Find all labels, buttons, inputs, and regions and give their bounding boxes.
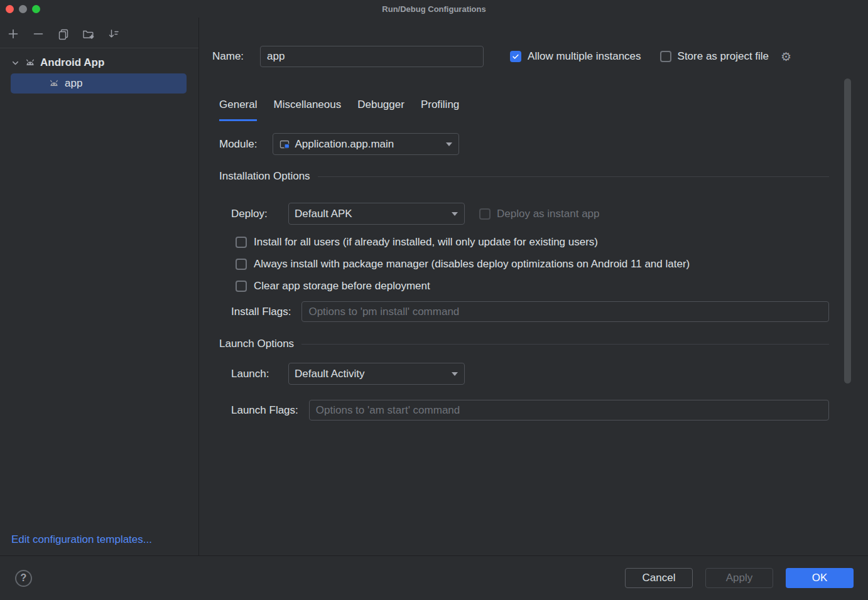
edit-configuration-templates-link[interactable]: Edit configuration templates... bbox=[0, 533, 198, 555]
always-install-package-manager-label: Always install with package manager (dis… bbox=[254, 258, 690, 271]
launch-options-section: Launch Options bbox=[219, 338, 829, 350]
vertical-scrollbar[interactable] bbox=[844, 78, 851, 383]
store-as-project-file-checkbox[interactable] bbox=[660, 51, 671, 62]
section-divider bbox=[301, 344, 829, 345]
install-for-all-users-checkbox[interactable] bbox=[236, 237, 247, 248]
install-flags-row: Install Flags: bbox=[219, 301, 829, 322]
minimize-window-button[interactable] bbox=[19, 5, 27, 13]
dialog-body: Android App app Edit configuration templ… bbox=[0, 18, 868, 555]
installation-options-title: Installation Options bbox=[219, 170, 310, 183]
chevron-down-icon[interactable] bbox=[11, 58, 20, 68]
module-icon bbox=[279, 139, 290, 150]
android-icon bbox=[48, 78, 60, 89]
run-debug-configurations-dialog: Run/Debug Configurations bbox=[0, 0, 868, 600]
sort-configurations-button[interactable] bbox=[107, 27, 120, 40]
deploy-row: Deploy: Default APK Deploy as instant ap… bbox=[219, 203, 829, 225]
tab-debugger[interactable]: Debugger bbox=[357, 99, 404, 121]
deploy-instant-app-checkbox bbox=[479, 208, 491, 220]
tree-item-label: app bbox=[65, 77, 82, 90]
plus-icon bbox=[7, 28, 19, 40]
always-install-package-manager-row[interactable]: Always install with package manager (dis… bbox=[236, 253, 829, 275]
copy-icon bbox=[57, 28, 70, 40]
traffic-lights bbox=[6, 5, 40, 13]
allow-multiple-instances-label: Allow multiple instances bbox=[528, 50, 641, 63]
configuration-tabs: General Miscellaneous Debugger Profiling bbox=[212, 99, 829, 121]
allow-multiple-instances-group: Allow multiple instances bbox=[510, 50, 641, 63]
launch-options-title: Launch Options bbox=[219, 338, 294, 350]
tab-miscellaneous[interactable]: Miscellaneous bbox=[273, 99, 341, 121]
ok-button[interactable]: OK bbox=[786, 568, 854, 588]
general-tab-pane: Module: Application.app.main Insta bbox=[212, 133, 829, 421]
sidebar-toolbar bbox=[0, 18, 198, 48]
new-folder-icon bbox=[82, 28, 95, 40]
sort-icon bbox=[107, 28, 120, 40]
cancel-button[interactable]: Cancel bbox=[625, 568, 693, 588]
deploy-label: Deploy: bbox=[231, 208, 278, 220]
copy-configuration-button[interactable] bbox=[57, 27, 70, 40]
launch-select[interactable]: Default Activity bbox=[288, 363, 465, 385]
install-for-all-users-row[interactable]: Install for all users (if already instal… bbox=[236, 231, 829, 253]
chevron-down-icon bbox=[452, 212, 458, 216]
deploy-select[interactable]: Default APK bbox=[288, 203, 465, 225]
clear-app-storage-label: Clear app storage before deployment bbox=[254, 280, 430, 292]
remove-configuration-button[interactable] bbox=[31, 27, 45, 40]
name-row: Name: Allow multiple instances Store as … bbox=[212, 46, 829, 67]
install-for-all-users-label: Install for all users (if already instal… bbox=[254, 236, 598, 249]
configuration-editor: Name: Allow multiple instances Store as … bbox=[199, 18, 868, 555]
tree-group-label: Android App bbox=[40, 56, 104, 69]
apply-button[interactable]: Apply bbox=[705, 568, 773, 588]
always-install-package-manager-checkbox[interactable] bbox=[236, 259, 247, 270]
deploy-instant-app-group: Deploy as instant app bbox=[479, 208, 600, 220]
add-configuration-button[interactable] bbox=[6, 27, 19, 40]
zoom-window-button[interactable] bbox=[32, 5, 40, 13]
module-select-value: Application.app.main bbox=[295, 138, 442, 151]
module-row: Module: Application.app.main bbox=[219, 133, 829, 155]
name-label: Name: bbox=[212, 50, 244, 63]
install-flags-input[interactable] bbox=[301, 301, 829, 322]
tree-item-android-app[interactable]: Android App bbox=[0, 53, 198, 73]
tree-item-app[interactable]: app bbox=[11, 73, 187, 94]
module-select[interactable]: Application.app.main bbox=[273, 133, 459, 155]
android-icon bbox=[24, 57, 36, 68]
clear-app-storage-row[interactable]: Clear app storage before deployment bbox=[236, 275, 829, 297]
store-as-project-file-label: Store as project file bbox=[678, 50, 769, 63]
launch-select-value: Default Activity bbox=[295, 368, 447, 380]
close-window-button[interactable] bbox=[6, 5, 14, 13]
help-icon[interactable]: ? bbox=[15, 570, 32, 587]
configurations-tree: Android App app bbox=[0, 48, 198, 94]
launch-flags-label: Launch Flags: bbox=[231, 404, 298, 417]
dialog-footer: ? Cancel Apply OK bbox=[0, 555, 868, 600]
chevron-down-icon bbox=[452, 372, 458, 376]
launch-flags-row: Launch Flags: bbox=[219, 400, 829, 421]
module-label: Module: bbox=[219, 138, 257, 151]
install-options-checkboxes: Install for all users (if already instal… bbox=[219, 231, 829, 297]
tab-general[interactable]: General bbox=[219, 99, 257, 121]
launch-row: Launch: Default Activity bbox=[219, 363, 829, 385]
window-title: Run/Debug Configurations bbox=[382, 4, 486, 14]
section-divider bbox=[318, 176, 829, 177]
titlebar: Run/Debug Configurations bbox=[0, 0, 868, 18]
deploy-select-value: Default APK bbox=[295, 208, 447, 220]
chevron-down-icon bbox=[446, 142, 452, 146]
minus-icon bbox=[32, 28, 45, 40]
configurations-sidebar: Android App app Edit configuration templ… bbox=[0, 18, 199, 555]
gear-icon[interactable]: ⚙ bbox=[781, 51, 791, 63]
deploy-instant-app-label: Deploy as instant app bbox=[497, 208, 600, 220]
name-input[interactable] bbox=[260, 46, 484, 67]
store-as-project-file-group: Store as project file ⚙ bbox=[660, 50, 792, 63]
install-flags-label: Install Flags: bbox=[231, 306, 291, 318]
allow-multiple-instances-checkbox[interactable] bbox=[510, 51, 521, 62]
tab-profiling[interactable]: Profiling bbox=[421, 99, 459, 121]
installation-options-section: Installation Options bbox=[219, 170, 829, 183]
new-folder-button[interactable] bbox=[82, 27, 95, 40]
clear-app-storage-checkbox[interactable] bbox=[236, 281, 247, 292]
launch-label: Launch: bbox=[231, 368, 278, 380]
launch-flags-input[interactable] bbox=[309, 400, 829, 421]
